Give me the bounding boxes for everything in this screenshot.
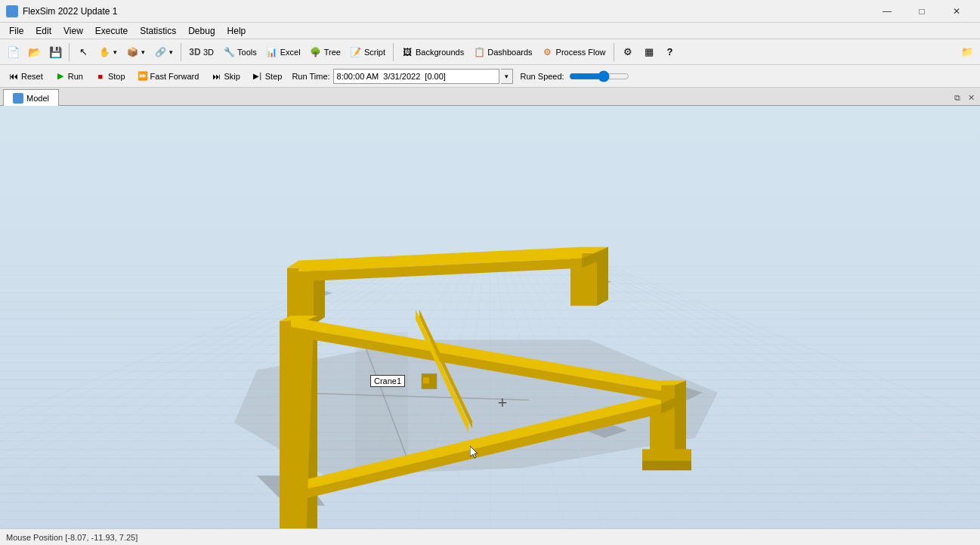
main-toolbar: 📄 📂 💾 ↖ ✋ ▾ 📦 ▾ 🔗 ▾ 3D 3D 🔧 Tools 📊 Exce… xyxy=(0,39,980,65)
dashboards-label: Dashboards xyxy=(487,48,532,57)
select-tool-button[interactable]: ↖ xyxy=(73,42,93,62)
tools-button[interactable]: 🔧 Tools xyxy=(219,42,261,62)
save-button[interactable]: 💾 xyxy=(45,42,65,62)
open-icon: 📂 xyxy=(28,46,40,58)
open-button[interactable]: 📂 xyxy=(24,42,44,62)
view3d-label: 3D xyxy=(203,48,214,57)
skip-label: Skip xyxy=(224,72,240,81)
new-button[interactable]: 📄 xyxy=(3,42,23,62)
excel-button[interactable]: 📊 Excel xyxy=(262,42,305,62)
tree-button[interactable]: 🌳 Tree xyxy=(306,42,345,62)
fastforward-icon xyxy=(138,71,148,82)
backgrounds-icon: 🖼 xyxy=(401,46,413,58)
tab-float-button[interactable]: ⧉ xyxy=(951,91,963,104)
view3d-button[interactable]: 3D 3D xyxy=(185,42,218,62)
tools-label: Tools xyxy=(237,48,257,57)
tree-icon: 🌳 xyxy=(310,46,322,58)
runspeed-label: Run Speed: xyxy=(521,72,564,81)
explorer-icon: 📁 xyxy=(961,46,973,58)
status-bar: Mouse Position [-8.07, -11.93, 7.25] xyxy=(0,528,980,545)
navigate-icon: ✋ xyxy=(98,46,110,58)
separator-3 xyxy=(393,43,394,61)
skip-button[interactable]: Skip xyxy=(206,67,245,85)
layout-button[interactable]: ▦ xyxy=(639,42,659,62)
runtime-label: Run Time: xyxy=(292,72,329,81)
script-label: Script xyxy=(364,48,385,57)
close-button[interactable]: ✕ xyxy=(939,0,974,23)
maximize-button[interactable]: □ xyxy=(904,0,939,23)
excel-label: Excel xyxy=(280,48,301,57)
new-icon: 📄 xyxy=(7,46,19,58)
excel-icon: 📊 xyxy=(266,46,278,58)
tab-model-label: Model xyxy=(26,94,49,103)
fastforward-label: Fast Forward xyxy=(150,72,199,81)
tools-icon: 🔧 xyxy=(223,46,235,58)
processflow-icon: ⚙ xyxy=(542,46,554,58)
runspeed-slider[interactable] xyxy=(569,70,629,82)
tab-model-icon xyxy=(13,93,23,104)
fastforward-button[interactable]: Fast Forward xyxy=(132,67,205,85)
reset-button[interactable]: Reset xyxy=(3,67,48,85)
settings-icon: ⚙ xyxy=(622,46,634,58)
minimize-button[interactable]: — xyxy=(870,0,904,23)
dashboards-icon: 📋 xyxy=(473,46,485,58)
processflow-button[interactable]: ⚙ Process Flow xyxy=(538,42,610,62)
separator-1 xyxy=(69,43,70,61)
object-icon: 📦 xyxy=(126,46,138,58)
mouse-position: Mouse Position [-8.07, -11.93, 7.25] xyxy=(6,533,138,542)
select-icon: ↖ xyxy=(77,46,89,58)
stop-icon xyxy=(95,71,106,82)
object-button[interactable]: 📦 ▾ xyxy=(122,42,149,62)
reset-label: Reset xyxy=(21,72,43,81)
viewport-3d[interactable]: + Crane1 xyxy=(0,106,980,528)
title-bar: FlexSim 2022 Update 1 — □ ✕ xyxy=(0,0,980,23)
menu-help[interactable]: Help xyxy=(221,23,252,39)
step-button[interactable]: Step xyxy=(247,67,288,85)
run-icon xyxy=(55,71,66,82)
menu-debug[interactable]: Debug xyxy=(182,23,221,39)
runtime-dropdown[interactable]: ▾ xyxy=(501,69,513,84)
connect-icon: 🔗 xyxy=(154,46,166,58)
tab-bar-controls: ⧉ ✕ xyxy=(951,91,977,105)
run-button[interactable]: Run xyxy=(50,67,88,85)
menu-edit[interactable]: Edit xyxy=(29,23,57,39)
settings-button[interactable]: ⚙ xyxy=(618,42,638,62)
app-icon xyxy=(6,5,18,17)
layout-icon: ▦ xyxy=(643,46,655,58)
separator-4 xyxy=(614,43,614,61)
grid-canvas xyxy=(0,106,980,528)
navigate-dropdown-arrow: ▾ xyxy=(113,48,117,56)
view3d-icon: 3D xyxy=(189,46,201,58)
tab-bar: Model ⧉ ✕ xyxy=(0,88,980,106)
reset-icon xyxy=(8,71,19,82)
tab-close-button[interactable]: ✕ xyxy=(965,91,977,104)
navigate-button[interactable]: ✋ ▾ xyxy=(94,42,121,62)
menu-view[interactable]: View xyxy=(57,23,89,39)
menu-bar: File Edit View Execute Statistics Debug … xyxy=(0,23,980,39)
help-icon: ? xyxy=(664,46,676,58)
help-button[interactable]: ? xyxy=(660,42,680,62)
connect-button[interactable]: 🔗 ▾ xyxy=(150,42,177,62)
object-dropdown-arrow: ▾ xyxy=(141,48,145,56)
skip-icon xyxy=(211,71,221,82)
script-button[interactable]: 📝 Script xyxy=(346,42,389,62)
window-controls: — □ ✕ xyxy=(870,0,974,23)
tree-label: Tree xyxy=(324,48,341,57)
stop-button[interactable]: Stop xyxy=(90,67,131,85)
simulation-toolbar: Reset Run Stop Fast Forward Skip Step Ru… xyxy=(0,65,980,88)
save-icon: 💾 xyxy=(49,46,61,58)
runtime-input[interactable] xyxy=(333,69,499,84)
step-icon xyxy=(252,71,263,82)
explorer-button[interactable]: 📁 xyxy=(957,42,977,62)
dashboards-button[interactable]: 📋 Dashboards xyxy=(469,42,536,62)
backgrounds-button[interactable]: 🖼 Backgrounds xyxy=(397,42,468,62)
stop-label: Stop xyxy=(108,72,125,81)
tab-model[interactable]: Model xyxy=(3,89,59,106)
menu-execute[interactable]: Execute xyxy=(89,23,134,39)
backgrounds-label: Backgrounds xyxy=(416,48,464,57)
menu-file[interactable]: File xyxy=(3,23,29,39)
processflow-label: Process Flow xyxy=(556,48,606,57)
script-icon: 📝 xyxy=(350,46,362,58)
menu-statistics[interactable]: Statistics xyxy=(134,23,182,39)
step-label: Step xyxy=(265,72,283,81)
